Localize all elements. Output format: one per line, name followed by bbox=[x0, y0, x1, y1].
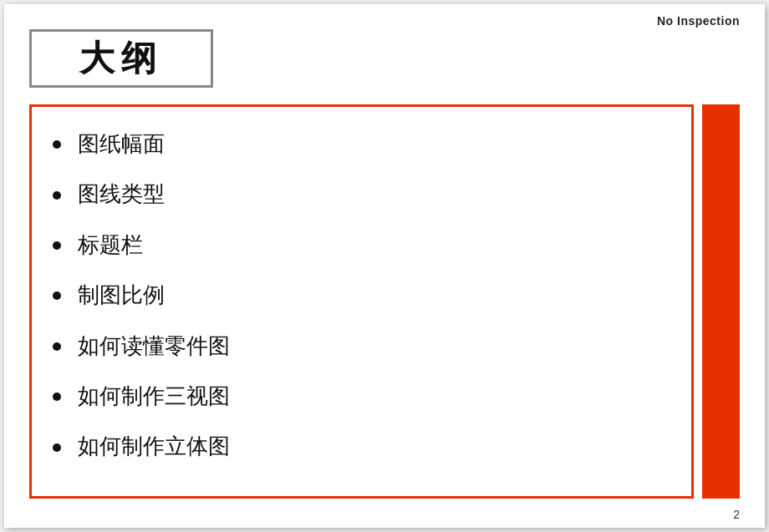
bullet-list: 图纸幅面 图线类型 标题栏 制图比例 如何读懂零件图 bbox=[53, 119, 670, 473]
bullet-dot-6 bbox=[53, 393, 61, 401]
slide-title: 大纲 bbox=[79, 35, 163, 82]
bullet-dot-5 bbox=[53, 342, 61, 351]
bullet-dot-2 bbox=[53, 191, 61, 200]
right-decorative-strip bbox=[702, 104, 740, 499]
bullet-dot-3 bbox=[53, 241, 61, 250]
bullet-text-1: 图纸幅面 bbox=[78, 129, 165, 160]
bullet-dot-4 bbox=[53, 291, 61, 300]
list-item: 如何读懂零件图 bbox=[53, 322, 670, 372]
bullet-dot-7 bbox=[53, 443, 61, 452]
title-box: 大纲 bbox=[29, 29, 213, 88]
list-item: 如何制作三视图 bbox=[53, 372, 670, 422]
list-item: 如何制作立体图 bbox=[53, 422, 670, 472]
list-item: 图纸幅面 bbox=[53, 119, 670, 170]
page-number: 2 bbox=[733, 508, 740, 521]
bullet-text-2: 图线类型 bbox=[78, 180, 165, 210]
bullet-text-6: 如何制作三视图 bbox=[78, 382, 230, 412]
bullet-text-7: 如何制作立体图 bbox=[78, 432, 230, 462]
bullet-dot-1 bbox=[53, 140, 61, 149]
list-item: 图线类型 bbox=[53, 170, 670, 220]
content-box: 图纸幅面 图线类型 标题栏 制图比例 如何读懂零件图 bbox=[29, 104, 694, 499]
slide-area: No Inspection 大纲 图纸幅面 图线类型 标题栏 bbox=[4, 4, 765, 528]
bullet-text-5: 如何读懂零件图 bbox=[78, 332, 230, 362]
list-item: 标题栏 bbox=[53, 220, 670, 271]
bullet-text-3: 标题栏 bbox=[78, 231, 143, 261]
list-item: 制图比例 bbox=[53, 271, 670, 321]
no-inspection-label: No Inspection bbox=[657, 14, 740, 28]
slide-container: No Inspection 大纲 图纸幅面 图线类型 标题栏 bbox=[0, 0, 769, 532]
bullet-text-4: 制图比例 bbox=[78, 281, 165, 311]
